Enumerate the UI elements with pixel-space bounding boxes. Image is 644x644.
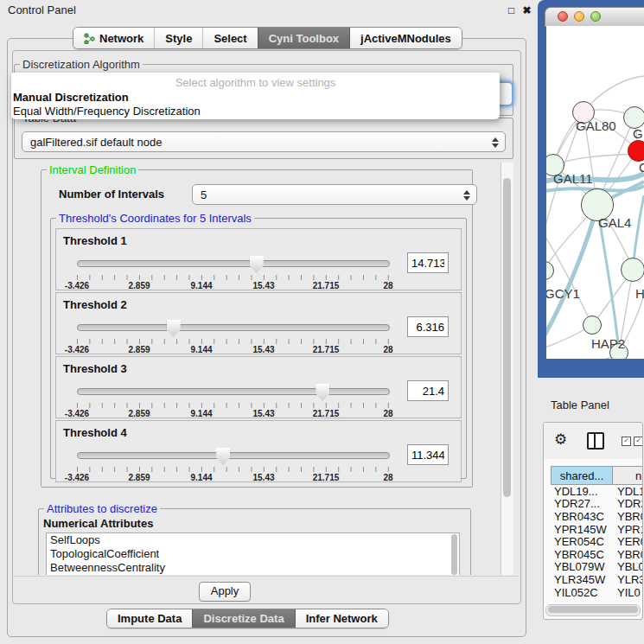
table-data-value: galFiltered.sif default node	[30, 136, 162, 149]
node-table: shared... n YDL19...YDL1 YDR27...YDR2 YB…	[551, 466, 642, 619]
tab-impute-data[interactable]: Impute Data	[107, 609, 192, 628]
table-row[interactable]: YBR045CYBR0	[551, 548, 642, 561]
table-row[interactable]: YLR345WYLR3	[551, 573, 642, 586]
control-panel-titlebar: Control Panel □ ✖	[0, 0, 538, 22]
zoom-traffic-light[interactable]	[590, 11, 601, 22]
list-scrollbar[interactable]	[450, 534, 458, 575]
column-header-name[interactable]: n	[613, 467, 642, 484]
node-label: GAL4	[598, 215, 631, 230]
algorithm-dropdown: Select algorithm to view settings Manual…	[11, 73, 500, 119]
slider-thumb[interactable]	[167, 320, 181, 337]
split-columns-icon[interactable]	[587, 432, 604, 450]
dropdown-prompt: Select algorithm to view settings	[11, 76, 500, 89]
stepper-arrows-icon	[462, 188, 471, 202]
column-header-shared[interactable]: shared...	[551, 467, 613, 484]
checkbox-icon[interactable]: ✓	[622, 437, 631, 446]
slider-thumb[interactable]	[216, 448, 230, 465]
bottom-tab-bar: Impute Data Discretize Data Infer Networ…	[106, 609, 389, 628]
node-label: GCY1	[546, 286, 580, 301]
tab-network[interactable]: Network	[73, 28, 154, 48]
threshold-2-panel: Threshold 2 -3.426 2.859 9.144 15.43 21.…	[55, 292, 462, 354]
checkbox-icon[interactable]: ✓	[634, 437, 643, 446]
slider-ticks	[77, 403, 389, 408]
network-canvas[interactable]: GAL80 G C GAL11 GAL4 GCY1 H HAP2	[546, 26, 644, 359]
node-label: GAL80	[576, 118, 616, 133]
group-title: Interval Definition	[47, 163, 138, 176]
settings-scroll-area: Interval Definition Number of Intervals …	[13, 161, 501, 575]
tab-label: Network	[99, 32, 143, 45]
table-horizontal-scrollbar[interactable]	[545, 604, 641, 616]
table-row[interactable]: YER054CYER0	[551, 535, 642, 548]
scrollbar-thumb[interactable]	[503, 178, 511, 497]
group-title: Threshold's Coordinates for 5 Intervals	[56, 212, 254, 225]
network-icon	[84, 33, 95, 44]
slider-track[interactable]	[77, 388, 390, 395]
scrollbar-thumb[interactable]	[451, 534, 457, 575]
tab-jactivemnodules[interactable]: jActiveMNodules	[349, 28, 462, 48]
slider-track[interactable]	[77, 324, 390, 331]
float-window-icon[interactable]: □	[505, 4, 518, 17]
number-of-intervals-combobox[interactable]: 5	[192, 184, 477, 205]
threshold-2-slider[interactable]: -3.426 2.859 9.144 15.43 21.715 28	[77, 293, 388, 354]
number-of-intervals-label: Number of Intervals	[59, 188, 164, 201]
table-row[interactable]: YDR27...YDR2	[551, 498, 642, 511]
table-row[interactable]: YDL19...YDL1	[551, 485, 642, 498]
threshold-4-panel: Threshold 4 -3.426 2.859 9.144 15.43 21.…	[55, 420, 462, 482]
network-node-selected-red[interactable]	[628, 140, 644, 162]
threshold-2-value-field[interactable]	[407, 316, 449, 337]
control-panel: Control Panel □ ✖ Network Style Select C…	[0, 0, 538, 644]
network-view-window[interactable]: GAL80 G C GAL11 GAL4 GCY1 H HAP2	[538, 0, 644, 378]
tab-discretize-data[interactable]: Discretize Data	[192, 609, 294, 628]
group-title: Discretization Algorithm	[20, 58, 143, 71]
tab-style[interactable]: Style	[154, 28, 202, 48]
slider-thumb[interactable]	[250, 256, 264, 273]
group-title: Attributes to discretize	[44, 502, 160, 515]
table-data-group: Table Data galFiltered.sif default node	[14, 118, 513, 159]
slider-track[interactable]	[77, 452, 390, 459]
tab-cyni-toolbox[interactable]: Cyni Toolbox	[258, 28, 349, 48]
list-item[interactable]: TopologicalCoefficient	[47, 547, 459, 561]
screen: Control Panel □ ✖ Network Style Select C…	[0, 0, 644, 644]
threshold-4-slider[interactable]: -3.426 2.859 9.144 15.43 21.715 28	[77, 421, 388, 481]
tab-select[interactable]: Select	[202, 28, 257, 48]
threshold-1-value-field[interactable]	[407, 252, 449, 273]
main-vertical-scrollbar[interactable]	[501, 163, 513, 575]
table-data-combobox[interactable]: galFiltered.sif default node	[22, 131, 506, 152]
apply-button[interactable]: Apply	[199, 582, 251, 602]
threshold-4-value-field[interactable]	[407, 444, 449, 465]
table-row[interactable]: YBR043CYBR0	[551, 510, 642, 523]
slider-thumb[interactable]	[316, 384, 329, 401]
node-label: H	[635, 286, 644, 301]
minimize-traffic-light[interactable]	[574, 11, 584, 22]
network-node-h[interactable]	[621, 258, 644, 282]
node-label: G	[633, 126, 643, 141]
network-window-titlebar	[545, 7, 644, 27]
table-row[interactable]: YIL052CYIL0	[551, 586, 642, 599]
table-row[interactable]: YPR145WYPR1	[551, 523, 642, 536]
numerical-attributes-list[interactable]: SelfLoops TopologicalCoefficient Between…	[46, 532, 460, 575]
gear-icon[interactable]: ⚙	[554, 430, 567, 449]
threshold-3-slider[interactable]: -3.426 2.859 9.144 15.43 21.715 28	[77, 357, 388, 418]
table-panel: ⚙ ✓ ✓ shared... n YDL19...YDL1 YDR27...Y…	[543, 422, 643, 620]
table-row[interactable]: YBL079WYBL0	[551, 561, 642, 574]
slider-track[interactable]	[77, 260, 390, 267]
threshold-3-panel: Threshold 3 -3.426 2.859 9.144 15.43 21.…	[55, 356, 462, 418]
slider-ticks	[77, 339, 389, 344]
node-label: C	[639, 160, 644, 175]
dropdown-option-manual[interactable]: Manual Discretization	[13, 91, 129, 104]
list-item[interactable]: BetweennessCentrality	[47, 561, 459, 575]
table-panel-title: Table Panel	[551, 399, 609, 411]
close-window-icon[interactable]: ✖	[520, 4, 533, 17]
dropdown-option-equal-width[interactable]: Equal Width/Frequency Discretization	[13, 105, 201, 118]
close-traffic-light[interactable]	[558, 11, 568, 22]
network-node-hap2[interactable]	[583, 316, 602, 335]
table-toolbar: ⚙ ✓ ✓	[544, 423, 642, 459]
apply-row: Apply	[13, 576, 519, 603]
list-item[interactable]: SelfLoops	[47, 533, 459, 547]
threshold-1-panel: Threshold 1 -3.426 2.859 9.144 15.43 21.…	[55, 228, 462, 290]
node-label: GAL11	[553, 171, 593, 186]
threshold-1-slider[interactable]: -3.426 2.859 9.144 15.43 21.715 28	[77, 229, 388, 290]
scrollbar-thumb[interactable]	[548, 606, 638, 613]
tab-infer-network[interactable]: Infer Network	[295, 609, 388, 628]
threshold-3-value-field[interactable]	[407, 380, 449, 401]
